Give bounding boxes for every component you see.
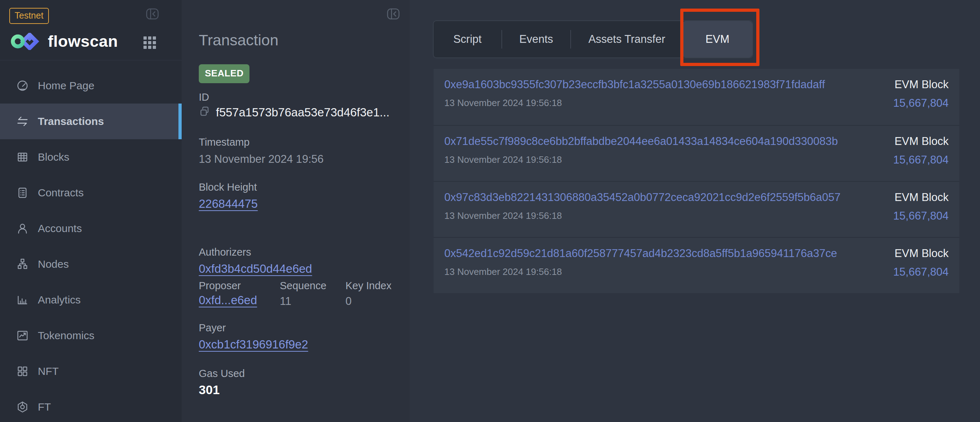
row-left: 0x97c83d3eb8221431306880a35452a0b0772cec…: [444, 191, 840, 237]
payer-row: 0xcb1cf3196916f9e2: [199, 338, 308, 351]
row-right: EVM Block 15,667,804: [893, 247, 948, 293]
sidebar-item-blocks[interactable]: Blocks: [0, 139, 181, 175]
panel-collapse-button[interactable]: [387, 8, 400, 21]
evm-block-number-link[interactable]: 15,667,804: [893, 97, 948, 110]
sidebar-item-label: Accounts: [38, 223, 82, 234]
sidebar-item-accounts[interactable]: Accounts: [0, 211, 181, 246]
proposer-label: Proposer: [199, 280, 241, 292]
row-left: 0x71de55c7f989c8ce6bb2bffabdbe2044ee6a01…: [444, 135, 838, 181]
sidebar-nav: Home Page Transactions Blocks Contract: [0, 68, 181, 422]
timestamp-label: Timestamp: [199, 136, 250, 148]
evm-block-label: EVM Block: [893, 191, 948, 204]
sidebar-item-nft[interactable]: NFT: [0, 354, 181, 389]
transfer-arrows-icon: [16, 115, 29, 128]
row-left: 0x542ed1c92d59c21d81a60f258777457ad4b232…: [444, 247, 837, 293]
sidebar-item-contracts[interactable]: Contracts: [0, 175, 181, 211]
sidebar-item-label: Blocks: [38, 151, 69, 163]
authorizers-row: 0xfd3b4cd50d44e6ed: [199, 262, 312, 275]
sidebar-item-ft[interactable]: FT: [0, 389, 181, 422]
evm-tx-hash-link[interactable]: 0xe9a1603bc9355fc307b23eccfb3bfc1a3255a0…: [444, 78, 825, 91]
sidebar-item-label: Contracts: [38, 187, 84, 199]
grid-icon: [143, 46, 157, 51]
key-index-value: 0: [345, 295, 352, 308]
tab-script[interactable]: Script: [434, 21, 501, 57]
gas-used-label: Gas Used: [199, 368, 245, 379]
evm-transaction-list: 0xe9a1603bc9355fc307b23eccfb3bfc1a3255a0…: [434, 69, 959, 293]
table-grid-icon: [16, 150, 29, 164]
row-right: EVM Block 15,667,804: [893, 78, 948, 125]
sidebar-item-transactions[interactable]: Transactions: [0, 104, 181, 139]
transaction-panel: Transaction SEALED ID f557a1573b76aa53e7…: [181, 0, 410, 422]
sidebar-item-label: Tokenomics: [38, 330, 94, 342]
network-badge: Testnet: [9, 8, 49, 24]
evm-block-label: EVM Block: [893, 247, 948, 260]
apps-grid-button[interactable]: [143, 36, 157, 51]
sidebar-item-analytics[interactable]: Analytics: [0, 282, 181, 318]
row-right: EVM Block 15,667,804: [893, 191, 948, 237]
collapse-panel-icon: [387, 16, 400, 21]
token-cube-icon: [16, 400, 29, 414]
flowscan-logo-icon: [9, 33, 40, 51]
sidebar-item-tokenomics[interactable]: Tokenomics: [0, 318, 181, 354]
app-root: Testnet: [0, 0, 980, 422]
evm-tx-timestamp: 13 November 2024 19:56:18: [444, 97, 825, 108]
timestamp-value: 13 November 2024 19:56: [199, 153, 324, 166]
evm-tx-timestamp: 13 November 2024 19:56:18: [444, 210, 840, 221]
active-indicator-bar: [178, 104, 181, 139]
evm-transaction-row: 0xe9a1603bc9355fc307b23eccfb3bfc1a3255a0…: [434, 69, 959, 125]
evm-tx-timestamp: 13 November 2024 19:56:18: [444, 154, 838, 165]
sidebar-item-label: Transactions: [38, 115, 104, 127]
sidebar-item-label: Home Page: [38, 80, 94, 92]
tab-bar: Script Events Assets Transfer EVM: [433, 20, 753, 58]
hierarchy-icon: [16, 257, 29, 271]
authorizer-address-link[interactable]: 0xfd3b4cd50d44e6ed: [199, 262, 312, 275]
brand-name: flowscan: [48, 32, 118, 51]
panel-title: Transaction: [199, 32, 278, 49]
sidebar-item-home-page[interactable]: Home Page: [0, 68, 181, 104]
payer-label: Payer: [199, 322, 226, 334]
evm-transaction-row: 0x542ed1c92d59c21d81a60f258777457ad4b232…: [434, 237, 959, 293]
block-height-link[interactable]: 226844475: [199, 197, 258, 210]
sidebar-item-nodes[interactable]: Nodes: [0, 246, 181, 282]
evm-content: Script Events Assets Transfer EVM 0xe9a1…: [410, 0, 980, 422]
collapse-panel-icon: [146, 16, 159, 21]
evm-block-label: EVM Block: [893, 135, 948, 148]
person-icon: [16, 222, 29, 235]
evm-transaction-row: 0x97c83d3eb8221431306880a35452a0b0772cec…: [434, 181, 959, 237]
proposer-row: 0xfd...e6ed: [199, 293, 257, 307]
evm-tx-timestamp: 13 November 2024 19:56:18: [444, 266, 837, 277]
evm-tx-hash-link[interactable]: 0x542ed1c92d59c21d81a60f258777457ad4b232…: [444, 247, 837, 260]
transaction-id-value: f557a1573b76aa53e73d46f3e1...: [216, 106, 389, 119]
block-height-label: Block Height: [199, 182, 257, 193]
evm-tx-hash-link[interactable]: 0x71de55c7f989c8ce6bb2bffabdbe2044ee6a01…: [444, 135, 838, 148]
evm-block-number-link[interactable]: 15,667,804: [893, 153, 948, 166]
tab-events[interactable]: Events: [502, 21, 571, 57]
sidebar-item-label: FT: [38, 401, 51, 413]
sidebar-item-label: Analytics: [38, 294, 81, 306]
gas-used-value: 301: [199, 383, 220, 397]
proposer-address-link[interactable]: 0xfd...e6ed: [199, 293, 257, 307]
evm-transaction-row: 0x71de55c7f989c8ce6bb2bffabdbe2044ee6a01…: [434, 125, 959, 181]
sidebar-item-label: Nodes: [38, 258, 69, 270]
authorizers-label: Authorizers: [199, 246, 251, 258]
sidebar-item-label: NFT: [38, 365, 59, 377]
sequence-label: Sequence: [280, 280, 326, 292]
copy-icon[interactable]: [199, 106, 210, 119]
tab-assets-transfer[interactable]: Assets Transfer: [571, 21, 682, 57]
block-height-row: 226844475: [199, 197, 258, 211]
evm-block-number-link[interactable]: 15,667,804: [893, 210, 948, 223]
id-row: f557a1573b76aa53e73d46f3e1...: [199, 106, 389, 119]
four-squares-icon: [16, 365, 29, 378]
document-list-icon: [16, 186, 29, 199]
evm-block-label: EVM Block: [893, 78, 948, 91]
sidebar-collapse-button[interactable]: [146, 8, 159, 21]
payer-address-link[interactable]: 0xcb1cf3196916f9e2: [199, 338, 308, 351]
sequence-value: 11: [280, 295, 291, 308]
evm-tx-hash-link[interactable]: 0x97c83d3eb8221431306880a35452a0b0772cec…: [444, 191, 840, 204]
tab-evm[interactable]: EVM: [682, 21, 752, 57]
sidebar: Testnet: [0, 0, 181, 422]
evm-block-number-link[interactable]: 15,667,804: [893, 266, 948, 279]
row-right: EVM Block 15,667,804: [893, 135, 948, 181]
bar-chart-icon: [16, 293, 29, 307]
id-label: ID: [199, 91, 209, 103]
